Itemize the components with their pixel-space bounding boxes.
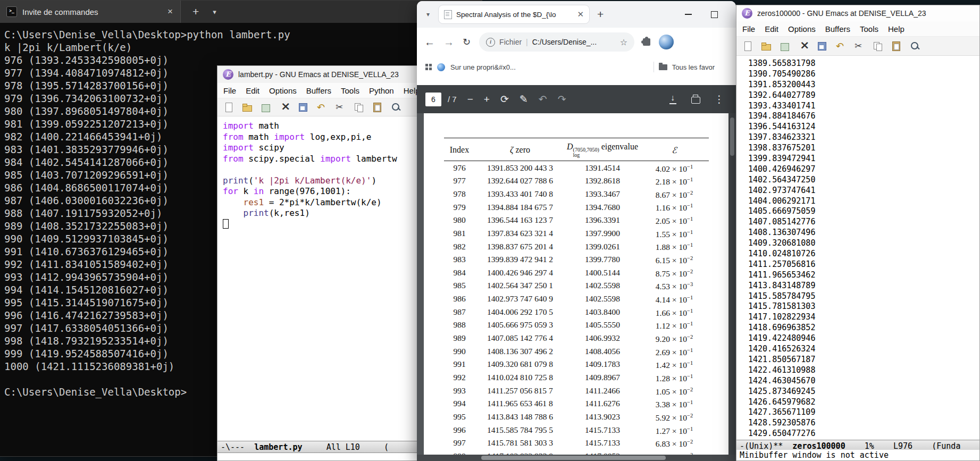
dired-icon[interactable] <box>779 40 791 52</box>
close-icon[interactable] <box>798 40 809 52</box>
profile-avatar[interactable] <box>659 35 674 49</box>
zero-value: 1400.426946297 <box>748 164 979 175</box>
paste-icon[interactable] <box>372 102 383 113</box>
new-tab-button[interactable]: + <box>597 8 604 21</box>
zoom-out-icon[interactable]: − <box>467 94 473 105</box>
pdf-table-body: 9761391.853 200 443 31391.45144.02 × 10−… <box>444 161 709 455</box>
extensions-icon[interactable] <box>643 38 650 46</box>
bookmarks-bar: Sur une propri&#x0... Tous les favor <box>417 56 736 78</box>
draw-icon[interactable]: ✎ <box>520 93 528 105</box>
pdf-favicon-icon <box>444 10 452 19</box>
scrollbar-thumb[interactable] <box>481 456 666 460</box>
pdf-horizontal-scrollbar[interactable] <box>417 455 736 461</box>
paste-icon[interactable] <box>891 40 902 52</box>
bookmarks-folder-label[interactable]: Tous les favor <box>672 63 715 71</box>
refresh-icon[interactable]: ↻ <box>463 36 471 48</box>
new-tab-button[interactable]: + <box>192 5 199 18</box>
favorite-star-icon[interactable]: ☆ <box>620 37 627 47</box>
new-file-icon[interactable] <box>742 40 753 52</box>
pdf-vertical-scrollbar[interactable] <box>728 113 736 455</box>
zero-value: 1409.320681080 <box>748 238 979 249</box>
forward-icon[interactable]: → <box>443 36 454 48</box>
browser-tab[interactable]: Spectral Analysis of the $D_{\lo ✕ <box>438 5 590 24</box>
zero-value: 1391.853200443 <box>748 80 979 90</box>
menu-buffers[interactable]: Buffers <box>820 24 855 33</box>
page-number-input[interactable]: 6 <box>425 93 441 106</box>
open-folder-icon[interactable] <box>241 102 253 113</box>
emacs-zeros-window: E zeros100000 - GNU Emacs at DENISE_VELL… <box>736 5 980 461</box>
menu-help[interactable]: Help <box>883 24 909 33</box>
bookmark-favicon <box>437 63 445 71</box>
bookmarks-gap <box>417 78 736 85</box>
info-icon[interactable]: i <box>486 38 495 47</box>
menu-edit[interactable]: Edit <box>241 86 264 95</box>
zero-value: 1402.564347250 <box>748 175 979 186</box>
menu-file[interactable]: File <box>738 24 760 33</box>
save-icon[interactable] <box>297 102 309 113</box>
zeros-buffer[interactable]: 1389.5658317981390.7054902861391.8532004… <box>736 56 979 439</box>
dired-icon[interactable] <box>260 102 272 113</box>
menu-tools[interactable]: Tools <box>336 86 364 95</box>
print-icon[interactable] <box>691 97 700 104</box>
menu-options[interactable]: Options <box>783 24 820 33</box>
save-icon[interactable] <box>816 40 828 52</box>
back-icon[interactable]: ← <box>424 36 435 48</box>
scrollbar-thumb[interactable] <box>730 118 734 156</box>
undo-icon[interactable]: ↶ <box>539 93 547 105</box>
undo-icon[interactable] <box>835 40 847 52</box>
zero-value: 1418.696963852 <box>748 323 979 333</box>
window-controls <box>685 11 718 18</box>
download-icon[interactable] <box>669 95 677 104</box>
emacs-cursor <box>223 219 229 229</box>
tab-search-icon[interactable]: ▾ <box>421 11 435 18</box>
maximize-icon[interactable] <box>711 11 718 18</box>
table-row: 9831399.839 472 941 21399.77806.15 × 10−… <box>444 253 709 266</box>
table-row: 9761391.853 200 443 31391.45144.02 × 10−… <box>444 161 709 174</box>
address-scheme: Fichier <box>499 38 522 46</box>
new-file-icon[interactable] <box>223 102 234 113</box>
menu-python[interactable]: Python <box>364 86 399 95</box>
zero-value: 1424.463045670 <box>748 376 979 387</box>
tab-dropdown-icon[interactable]: ▾ <box>213 8 216 16</box>
emacs-lambert-title: lambert.py - GNU Emacs at DENISE_VELLA_2… <box>238 70 399 79</box>
zero-value: 1428.592305876 <box>748 418 979 429</box>
tab-close-icon[interactable]: × <box>166 6 174 17</box>
cut-icon[interactable] <box>334 102 346 113</box>
bookmark-item[interactable]: Sur une propri&#x0... <box>450 63 516 71</box>
copy-icon[interactable] <box>353 102 365 113</box>
search-icon[interactable] <box>390 102 402 113</box>
pdf-viewport[interactable]: Index ζ zero D(7050,7050)log eigenvalue … <box>417 113 736 455</box>
apps-grid-icon[interactable] <box>425 64 432 70</box>
zero-value: 1405.666975059 <box>748 206 979 217</box>
table-row: 9901408.136 307 496 21408.40562.69 × 10−… <box>444 345 709 358</box>
search-icon[interactable] <box>909 40 921 52</box>
more-menu-icon[interactable]: ⋮ <box>714 93 724 105</box>
terminal-tab[interactable]: >_ Invite de commandes × <box>0 1 181 23</box>
table-row: 9941411.965 653 461 81411.62763.38 × 10−… <box>444 397 709 410</box>
zero-value: 1427.365671109 <box>748 407 979 418</box>
menu-options[interactable]: Options <box>264 86 301 95</box>
undo-icon[interactable] <box>316 102 328 113</box>
menu-buffers[interactable]: Buffers <box>301 86 336 95</box>
table-row: 9911409.320 681 079 81409.17831.42 × 10−… <box>444 358 709 371</box>
zero-value: 1407.085142776 <box>748 217 979 228</box>
minimize-icon[interactable] <box>685 14 692 15</box>
emacs-zeros-titlebar[interactable]: E zeros100000 - GNU Emacs at DENISE_VELL… <box>736 5 979 21</box>
copy-icon[interactable] <box>872 40 884 52</box>
close-icon[interactable] <box>279 102 290 113</box>
menu-tools[interactable]: Tools <box>855 24 883 33</box>
zero-value: 1393.433401741 <box>748 101 979 112</box>
open-folder-icon[interactable] <box>760 40 772 52</box>
redo-icon[interactable]: ↷ <box>558 93 566 105</box>
cut-icon[interactable] <box>853 40 865 52</box>
tab-close-icon[interactable]: ✕ <box>577 10 584 19</box>
zero-value: 1394.884184676 <box>748 111 979 122</box>
rotate-icon[interactable]: ⟳ <box>500 93 509 105</box>
zeros-minibuffer[interactable]: Minibuffer window is not active <box>736 450 979 460</box>
address-bar[interactable]: i Fichier | C:/Users/Denise_... ☆ <box>479 32 634 52</box>
menu-edit[interactable]: Edit <box>760 24 783 33</box>
bookmarks-separator <box>654 62 654 72</box>
zoom-in-icon[interactable]: + <box>484 94 490 105</box>
zeros-menubar: FileEditOptionsBuffersToolsHelp <box>736 21 979 37</box>
menu-file[interactable]: File <box>219 86 241 95</box>
